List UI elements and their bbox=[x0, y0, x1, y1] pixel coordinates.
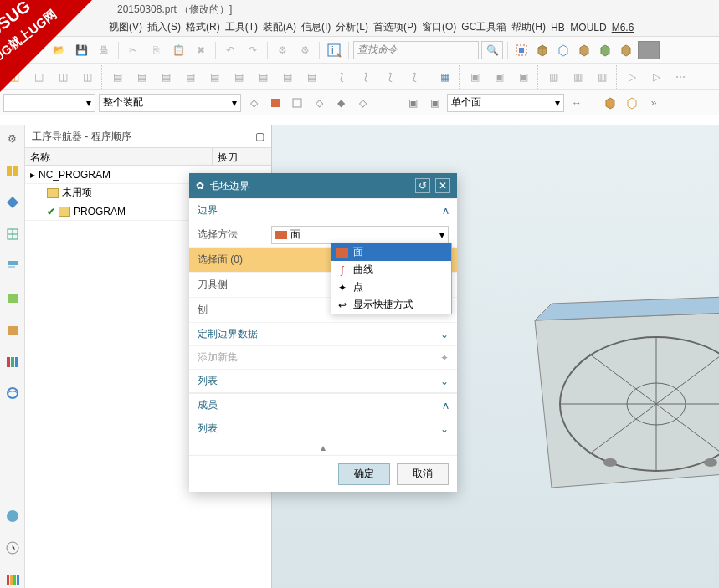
menu-assembly[interactable]: 装配(A) bbox=[263, 20, 296, 34]
assembly-combo[interactable]: 整个装配▾ bbox=[99, 94, 241, 112]
section-boundary[interactable]: 边界 bbox=[198, 203, 218, 217]
post-icon-1[interactable]: ▥ bbox=[542, 66, 564, 88]
verify-icon-1[interactable]: ▣ bbox=[464, 66, 485, 88]
cancel-button[interactable]: 取消 bbox=[397, 463, 449, 485]
nav-clock-icon[interactable] bbox=[4, 539, 21, 556]
path-icon-2[interactable]: ⟅ bbox=[355, 66, 377, 88]
nav-palette-icon[interactable] bbox=[4, 571, 21, 588]
cube3-icon[interactable] bbox=[575, 41, 593, 59]
mfg-icon-3[interactable]: ◫ bbox=[52, 66, 74, 88]
cube4-icon[interactable] bbox=[596, 41, 614, 59]
list-row[interactable]: 列表⌄ bbox=[189, 369, 457, 392]
tool-a-icon[interactable]: ⚙ bbox=[272, 40, 292, 60]
menu-gctoolbox[interactable]: GC工具箱 bbox=[461, 20, 506, 34]
nav-web-icon[interactable] bbox=[4, 385, 21, 401]
redo-icon[interactable]: ↷ bbox=[243, 40, 263, 60]
op-icon-9[interactable]: ▤ bbox=[300, 66, 322, 88]
op-icon-2[interactable]: ▤ bbox=[131, 66, 152, 88]
nav-pin-icon[interactable]: ▢ bbox=[255, 130, 264, 142]
face-combo[interactable]: 单个面▾ bbox=[447, 94, 564, 112]
select-method-dropdown[interactable]: 面 ▾ bbox=[271, 226, 449, 244]
menu-info[interactable]: 信息(I) bbox=[301, 20, 331, 34]
section-members[interactable]: 成员 bbox=[198, 398, 218, 412]
menu-format[interactable]: 格式(R) bbox=[186, 20, 220, 34]
expand-icon[interactable]: » bbox=[645, 94, 663, 112]
sel-icon-5[interactable]: ◆ bbox=[331, 94, 350, 112]
nav-history-icon[interactable] bbox=[4, 508, 21, 524]
menu-help[interactable]: 帮助(H) bbox=[511, 20, 546, 34]
nav-geom-icon[interactable] bbox=[4, 226, 21, 243]
verify-icon-2[interactable]: ▣ bbox=[488, 66, 510, 88]
open-icon[interactable]: 📂 bbox=[49, 40, 69, 60]
sel-icon-2[interactable] bbox=[266, 94, 285, 112]
op-icon-6[interactable]: ▤ bbox=[228, 66, 249, 88]
chevron-up-icon[interactable]: ᴧ bbox=[443, 400, 449, 412]
post-icon-2[interactable]: ▥ bbox=[567, 66, 588, 88]
start-button[interactable]: ▥ bbox=[3, 40, 23, 60]
cube-wire2-icon[interactable] bbox=[623, 94, 641, 112]
sel-icon-7[interactable]: ▣ bbox=[403, 94, 422, 112]
sel-icon-8[interactable]: ▣ bbox=[425, 94, 444, 112]
op-icon-1[interactable]: ▤ bbox=[106, 66, 128, 88]
nav-books-icon[interactable] bbox=[4, 353, 21, 370]
nav-machine-icon[interactable] bbox=[4, 194, 21, 211]
reset-button[interactable]: ↺ bbox=[415, 178, 430, 193]
menu-view[interactable]: 视图(V) bbox=[109, 20, 142, 34]
tool-b-icon[interactable]: ⚙ bbox=[295, 40, 315, 60]
path-icon-4[interactable]: ⟅ bbox=[403, 66, 425, 88]
op-icon-5[interactable]: ▤ bbox=[203, 66, 225, 88]
nav-ops-icon[interactable] bbox=[4, 162, 21, 179]
play2-icon[interactable]: ▷ bbox=[645, 66, 667, 88]
menu-window[interactable]: 窗口(O) bbox=[422, 20, 456, 34]
more-icon[interactable]: ⋯ bbox=[670, 66, 691, 88]
cube5-icon[interactable] bbox=[617, 41, 635, 59]
info-icon[interactable]: i bbox=[324, 40, 344, 60]
cube1-icon[interactable] bbox=[533, 41, 552, 59]
close-button[interactable]: ✕ bbox=[435, 178, 450, 193]
mfg-icon-4[interactable]: ◫ bbox=[76, 66, 98, 88]
menu-m66[interactable]: M6.6 bbox=[612, 22, 634, 33]
color-dropdown[interactable] bbox=[638, 41, 660, 59]
menu-analysis[interactable]: 分析(L) bbox=[336, 20, 368, 34]
new-icon[interactable]: 🗋 bbox=[26, 40, 46, 60]
list2-row[interactable]: 列表⌄ bbox=[189, 417, 457, 440]
sheet-icon[interactable]: ▦ bbox=[434, 66, 455, 88]
nav-roles-icon[interactable] bbox=[4, 321, 21, 338]
col-name[interactable]: 名称 bbox=[25, 148, 213, 165]
menu-hbmould[interactable]: HB_MOULD bbox=[551, 22, 607, 33]
op-icon-3[interactable]: ▤ bbox=[155, 66, 177, 88]
dropdown-item-shortcut[interactable]: ↩ 显示快捷方式 bbox=[331, 296, 451, 314]
filter-combo-1[interactable]: ▾ bbox=[3, 94, 95, 112]
menu-insert[interactable]: 插入(S) bbox=[147, 20, 181, 34]
op-icon-7[interactable]: ▤ bbox=[252, 66, 274, 88]
op-icon-8[interactable]: ▤ bbox=[276, 66, 298, 88]
dropdown-item-face[interactable]: 面 bbox=[331, 243, 451, 261]
sel-icon-1[interactable]: ◇ bbox=[244, 94, 263, 112]
sel-icon-4[interactable]: ◇ bbox=[310, 94, 328, 112]
cube-wire-icon[interactable] bbox=[601, 94, 619, 112]
gear-icon[interactable]: ⚙ bbox=[4, 130, 21, 147]
fit-icon[interactable] bbox=[512, 41, 531, 59]
chevron-up-icon[interactable]: ᴧ bbox=[443, 205, 449, 217]
delete-icon[interactable]: ✖ bbox=[191, 40, 211, 60]
verify-icon-3[interactable]: ▣ bbox=[512, 66, 534, 88]
undo-icon[interactable]: ↶ bbox=[220, 40, 240, 60]
nav-method-icon[interactable] bbox=[4, 258, 21, 274]
post-icon-3[interactable]: ▥ bbox=[591, 66, 613, 88]
expand-arrow-icon[interactable]: ▴ bbox=[189, 440, 457, 455]
search-button[interactable]: 🔍 bbox=[481, 41, 503, 59]
col-tool[interactable]: 换刀 bbox=[213, 148, 271, 165]
sel-icon-3[interactable] bbox=[288, 94, 306, 112]
nav-part-icon[interactable] bbox=[4, 289, 21, 306]
dropdown-item-curve[interactable]: ∫ 曲线 bbox=[331, 261, 451, 279]
search-input[interactable]: 查找命令 bbox=[353, 41, 479, 59]
dropdown-item-point[interactable]: ✦ 点 bbox=[331, 279, 451, 296]
menu-tools[interactable]: 工具(T) bbox=[225, 20, 258, 34]
mfg-icon-2[interactable]: ◫ bbox=[28, 66, 49, 88]
menu-pref[interactable]: 首选项(P) bbox=[373, 20, 417, 34]
sel-icon-6[interactable]: ◇ bbox=[353, 94, 372, 112]
paste-icon[interactable]: 📋 bbox=[168, 40, 188, 60]
copy-icon[interactable]: ⎘ bbox=[146, 40, 166, 60]
custom-data-row[interactable]: 定制边界数据⌄ bbox=[189, 322, 457, 345]
save-icon[interactable]: 💾 bbox=[71, 40, 91, 60]
